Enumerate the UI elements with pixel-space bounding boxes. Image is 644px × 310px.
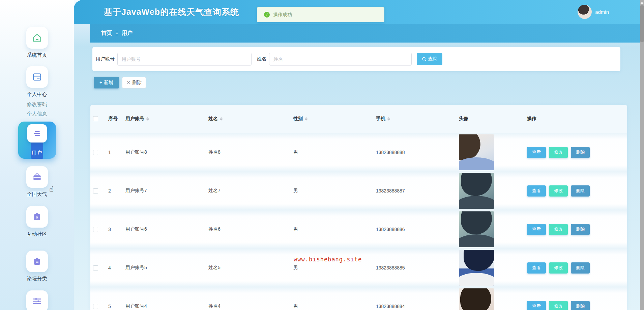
- user-menu[interactable]: admin: [578, 5, 609, 19]
- watermark: www.bishebang.site: [294, 256, 362, 263]
- column-header-account[interactable]: 用户账号: [125, 116, 208, 122]
- view-button[interactable]: 查看: [527, 185, 546, 197]
- app-header: 基于JavaWeb的在线天气查询系统 ✓ 操作成功 admin: [74, 0, 640, 24]
- edit-button[interactable]: 修改: [549, 301, 568, 310]
- success-toast: ✓ 操作成功: [257, 7, 384, 22]
- sidebar-item-settings[interactable]: [26, 290, 48, 310]
- main-area: 基于JavaWeb的在线天气查询系统 ✓ 操作成功 admin 首页 Ξ 用户 …: [74, 0, 640, 310]
- row-delete-button[interactable]: 删除: [571, 185, 590, 197]
- row-index: 5: [108, 304, 125, 309]
- avatar-image: [459, 173, 494, 209]
- sidebar-item-users[interactable]: 用户: [18, 122, 56, 159]
- avatar-image: [459, 288, 494, 310]
- row-delete-button[interactable]: 删除: [571, 301, 590, 310]
- mouse-cursor: ☝: [49, 185, 54, 194]
- view-button[interactable]: 查看: [527, 147, 546, 158]
- row-name: 姓名6: [208, 226, 293, 232]
- row-gender: 男: [293, 149, 376, 155]
- table-row: 2 用户账号7 姓名7 男 13823888887 查看 修改 删除: [90, 172, 627, 210]
- profile-card-icon: [26, 66, 48, 88]
- sort-icon[interactable]: [387, 117, 390, 121]
- edit-button[interactable]: 修改: [549, 224, 568, 235]
- row-gender: 男: [293, 188, 376, 194]
- vertical-scrollbar[interactable]: [640, 0, 644, 310]
- sort-icon[interactable]: [305, 117, 308, 121]
- breadcrumb-separator-icon: Ξ: [115, 31, 118, 36]
- plus-icon: +: [99, 80, 102, 85]
- row-name: 姓名5: [208, 265, 293, 271]
- add-button[interactable]: +新增: [94, 77, 119, 88]
- sidebar-item-profile-center[interactable]: 个人中心: [26, 66, 48, 97]
- app-root: 系统首页 个人中心 修改密码 个人信息 用户: [0, 0, 644, 310]
- breadcrumb-current: 用户: [122, 30, 133, 37]
- forum-clipboard-icon: [26, 251, 48, 272]
- row-account: 用户账号5: [125, 265, 208, 271]
- active-item-ribbon: 用户: [31, 140, 43, 159]
- breadcrumb-band: 首页 Ξ 用户: [74, 24, 640, 43]
- delete-button[interactable]: ✕删除: [122, 77, 146, 88]
- view-button[interactable]: 查看: [527, 262, 546, 274]
- column-header-avatar: 头像: [459, 116, 527, 122]
- sidebar-item-community[interactable]: 互动社区: [26, 206, 48, 237]
- table-row: 3 用户账号6 姓名6 男 13823888886 查看 修改 删除: [90, 210, 627, 249]
- account-label: 用户账号: [96, 56, 115, 62]
- table-header: 序号 用户账号 姓名 性别 手机 头像 操作: [90, 105, 627, 133]
- select-all-checkbox[interactable]: [93, 116, 98, 121]
- sidebar-item-national-weather[interactable]: 全国天气: [26, 166, 48, 197]
- x-icon: ✕: [126, 80, 130, 85]
- edit-button[interactable]: 修改: [549, 262, 568, 274]
- sort-icon[interactable]: [220, 117, 223, 121]
- sidebar-item-label: 论坛分类: [27, 276, 47, 282]
- breadcrumb-home[interactable]: 首页: [101, 30, 112, 37]
- toast-message: 操作成功: [273, 12, 292, 18]
- sidebar-item-forum-category[interactable]: 论坛分类: [26, 251, 48, 282]
- row-index: 3: [108, 227, 125, 232]
- column-header-phone[interactable]: 手机: [376, 116, 459, 122]
- row-checkbox[interactable]: [93, 265, 98, 270]
- briefcase-icon: [26, 166, 48, 188]
- row-phone: 13823888887: [376, 188, 459, 193]
- table-row: 1 用户账号8 姓名8 男 13823888888 查看 修改 删除: [90, 133, 627, 172]
- row-delete-button[interactable]: 删除: [571, 262, 590, 274]
- name-label: 姓名: [257, 56, 266, 62]
- row-checkbox[interactable]: [93, 150, 98, 155]
- row-checkbox[interactable]: [93, 227, 98, 232]
- view-button[interactable]: 查看: [527, 301, 546, 310]
- sliders-icon: [26, 290, 48, 310]
- row-account: 用户账号4: [125, 303, 208, 309]
- sidebar-subitem-personal-info[interactable]: 个人信息: [27, 111, 47, 117]
- row-gender: 男: [293, 303, 376, 309]
- edit-button[interactable]: 修改: [549, 147, 568, 158]
- row-phone: 13823888884: [376, 304, 459, 309]
- row-account: 用户账号6: [125, 226, 208, 232]
- row-gender: 男: [293, 265, 376, 271]
- table-toolbar: +新增 ✕删除: [94, 77, 640, 88]
- row-phone: 13823888886: [376, 227, 459, 232]
- account-input[interactable]: [117, 53, 252, 66]
- sidebar-subitem-change-password[interactable]: 修改密码: [27, 101, 47, 107]
- column-header-name[interactable]: 姓名: [208, 116, 293, 122]
- avatar-image: [459, 134, 494, 170]
- table-row: 5 用户账号4 姓名4 男 13823888884 查看 修改 删除: [90, 287, 627, 310]
- row-delete-button[interactable]: 删除: [571, 224, 590, 235]
- sidebar-item-home[interactable]: 系统首页: [26, 27, 48, 58]
- row-checkbox[interactable]: [93, 188, 98, 193]
- row-delete-button[interactable]: 删除: [571, 147, 590, 158]
- avatar-image: [459, 211, 494, 247]
- scrollbar-thumb[interactable]: [640, 5, 644, 42]
- row-gender: 男: [293, 226, 376, 232]
- edit-button[interactable]: 修改: [549, 185, 568, 197]
- breadcrumb: 首页 Ξ 用户: [90, 24, 640, 43]
- sort-icon[interactable]: [146, 117, 149, 121]
- search-button[interactable]: 查询: [417, 53, 442, 65]
- scroll-up-icon[interactable]: [640, 2, 644, 4]
- row-name: 姓名4: [208, 303, 293, 309]
- name-input[interactable]: [269, 53, 412, 66]
- column-header-gender[interactable]: 性别: [293, 116, 376, 122]
- active-item-card: 用户: [18, 122, 56, 159]
- row-checkbox[interactable]: [93, 304, 98, 309]
- table-body: 1 用户账号8 姓名8 男 13823888888 查看 修改 删除 2 用户账…: [90, 133, 627, 310]
- sidebar-item-label: 全国天气: [27, 191, 47, 197]
- column-header-actions: 操作: [527, 116, 627, 122]
- view-button[interactable]: 查看: [527, 224, 546, 235]
